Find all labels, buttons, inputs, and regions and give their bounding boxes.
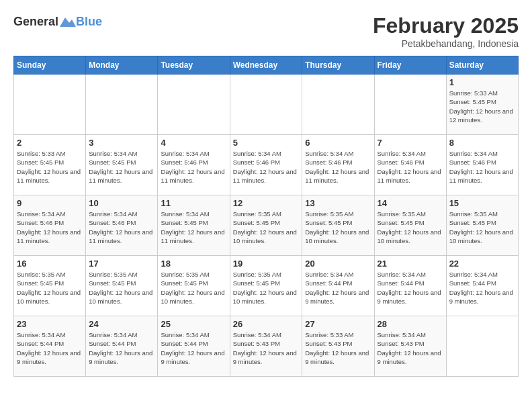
calendar-cell: 5Sunrise: 5:34 AM Sunset: 5:46 PM Daylig…: [230, 135, 302, 195]
calendar-cell: 19Sunrise: 5:35 AM Sunset: 5:45 PM Dayli…: [230, 256, 302, 316]
day-number: 3: [89, 138, 154, 148]
day-info: Sunrise: 5:34 AM Sunset: 5:44 PM Dayligh…: [449, 270, 515, 306]
calendar-cell: 26Sunrise: 5:34 AM Sunset: 5:43 PM Dayli…: [230, 316, 302, 377]
calendar-cell: 22Sunrise: 5:34 AM Sunset: 5:44 PM Dayli…: [446, 256, 518, 316]
calendar-cell: 9Sunrise: 5:34 AM Sunset: 5:46 PM Daylig…: [14, 195, 86, 256]
title-block: February 2025 Petakbehandang, Indonesia: [373, 13, 519, 49]
day-info: Sunrise: 5:34 AM Sunset: 5:44 PM Dayligh…: [305, 270, 371, 306]
day-info: Sunrise: 5:34 AM Sunset: 5:43 PM Dayligh…: [378, 330, 443, 366]
day-number: 11: [161, 198, 226, 208]
weekday-header-saturday: Saturday: [446, 56, 518, 75]
day-info: Sunrise: 5:35 AM Sunset: 5:45 PM Dayligh…: [161, 270, 226, 306]
calendar-cell: 28Sunrise: 5:34 AM Sunset: 5:43 PM Dayli…: [374, 316, 446, 377]
day-info: Sunrise: 5:34 AM Sunset: 5:46 PM Dayligh…: [378, 149, 443, 185]
calendar-cell: 1Sunrise: 5:33 AM Sunset: 5:45 PM Daylig…: [446, 75, 518, 135]
logo-general: General: [13, 15, 58, 29]
calendar-week-row: 16Sunrise: 5:35 AM Sunset: 5:45 PM Dayli…: [14, 256, 519, 316]
day-number: 24: [89, 319, 154, 329]
calendar-cell: 21Sunrise: 5:34 AM Sunset: 5:44 PM Dayli…: [374, 256, 446, 316]
logo: General Blue: [13, 13, 102, 30]
day-info: Sunrise: 5:34 AM Sunset: 5:46 PM Dayligh…: [305, 149, 371, 185]
calendar-cell: 17Sunrise: 5:35 AM Sunset: 5:45 PM Dayli…: [86, 256, 158, 316]
calendar-cell: 10Sunrise: 5:34 AM Sunset: 5:46 PM Dayli…: [86, 195, 158, 256]
calendar-cell: 18Sunrise: 5:35 AM Sunset: 5:45 PM Dayli…: [158, 256, 230, 316]
calendar-week-row: 1Sunrise: 5:33 AM Sunset: 5:45 PM Daylig…: [14, 75, 519, 135]
day-number: 9: [17, 198, 83, 208]
day-info: Sunrise: 5:35 AM Sunset: 5:45 PM Dayligh…: [305, 210, 371, 245]
day-info: Sunrise: 5:34 AM Sunset: 5:45 PM Dayligh…: [89, 149, 154, 185]
day-number: 7: [378, 138, 443, 148]
weekday-header-row: SundayMondayTuesdayWednesdayThursdayFrid…: [14, 56, 519, 75]
calendar-cell: 16Sunrise: 5:35 AM Sunset: 5:45 PM Dayli…: [14, 256, 86, 316]
day-info: Sunrise: 5:34 AM Sunset: 5:43 PM Dayligh…: [233, 330, 300, 366]
day-number: 19: [233, 259, 300, 269]
day-number: 10: [89, 198, 154, 208]
day-info: Sunrise: 5:34 AM Sunset: 5:46 PM Dayligh…: [17, 210, 83, 245]
calendar-cell: [86, 75, 158, 135]
calendar-cell: 24Sunrise: 5:34 AM Sunset: 5:44 PM Dayli…: [86, 316, 158, 377]
day-number: 5: [233, 138, 300, 148]
calendar-cell: 4Sunrise: 5:34 AM Sunset: 5:46 PM Daylig…: [158, 135, 230, 195]
calendar-cell: [446, 316, 518, 377]
day-number: 23: [17, 319, 83, 329]
calendar-table: SundayMondayTuesdayWednesdayThursdayFrid…: [13, 56, 519, 377]
day-number: 26: [233, 319, 300, 329]
day-info: Sunrise: 5:33 AM Sunset: 5:43 PM Dayligh…: [305, 330, 371, 366]
day-info: Sunrise: 5:33 AM Sunset: 5:45 PM Dayligh…: [449, 89, 515, 124]
calendar-cell: 3Sunrise: 5:34 AM Sunset: 5:45 PM Daylig…: [86, 135, 158, 195]
day-number: 1: [449, 77, 515, 87]
day-number: 27: [305, 319, 371, 329]
calendar-cell: [374, 75, 446, 135]
calendar-body: 1Sunrise: 5:33 AM Sunset: 5:45 PM Daylig…: [14, 75, 519, 377]
calendar-week-row: 2Sunrise: 5:33 AM Sunset: 5:45 PM Daylig…: [14, 135, 519, 195]
weekday-header-wednesday: Wednesday: [230, 56, 302, 75]
weekday-header-sunday: Sunday: [14, 56, 86, 75]
calendar-cell: 15Sunrise: 5:35 AM Sunset: 5:45 PM Dayli…: [446, 195, 518, 256]
weekday-header-monday: Monday: [86, 56, 158, 75]
day-info: Sunrise: 5:35 AM Sunset: 5:45 PM Dayligh…: [17, 270, 83, 306]
calendar-cell: [230, 75, 302, 135]
logo-icon: [60, 13, 76, 30]
day-info: Sunrise: 5:34 AM Sunset: 5:46 PM Dayligh…: [449, 149, 515, 185]
logo-blue: Blue: [76, 15, 102, 29]
weekday-header-friday: Friday: [374, 56, 446, 75]
calendar-cell: 6Sunrise: 5:34 AM Sunset: 5:46 PM Daylig…: [302, 135, 374, 195]
calendar-cell: 27Sunrise: 5:33 AM Sunset: 5:43 PM Dayli…: [302, 316, 374, 377]
calendar-cell: 8Sunrise: 5:34 AM Sunset: 5:46 PM Daylig…: [446, 135, 518, 195]
day-number: 15: [449, 198, 515, 208]
calendar-cell: 11Sunrise: 5:34 AM Sunset: 5:45 PM Dayli…: [158, 195, 230, 256]
month-year-title: February 2025: [373, 13, 519, 38]
calendar-cell: 12Sunrise: 5:35 AM Sunset: 5:45 PM Dayli…: [230, 195, 302, 256]
day-info: Sunrise: 5:34 AM Sunset: 5:44 PM Dayligh…: [17, 330, 83, 366]
calendar-cell: [302, 75, 374, 135]
day-info: Sunrise: 5:35 AM Sunset: 5:45 PM Dayligh…: [378, 210, 443, 245]
location-label: Petakbehandang, Indonesia: [373, 38, 519, 49]
day-number: 28: [378, 319, 443, 329]
day-info: Sunrise: 5:35 AM Sunset: 5:45 PM Dayligh…: [233, 270, 300, 306]
day-number: 2: [17, 138, 83, 148]
day-info: Sunrise: 5:35 AM Sunset: 5:45 PM Dayligh…: [89, 270, 154, 306]
calendar-cell: [158, 75, 230, 135]
day-number: 17: [89, 259, 154, 269]
svg-marker-0: [60, 17, 76, 27]
page-header: General Blue February 2025 Petakbehandan…: [13, 13, 519, 49]
day-number: 18: [161, 259, 226, 269]
day-info: Sunrise: 5:33 AM Sunset: 5:45 PM Dayligh…: [17, 149, 83, 185]
calendar-cell: 14Sunrise: 5:35 AM Sunset: 5:45 PM Dayli…: [374, 195, 446, 256]
day-number: 14: [378, 198, 443, 208]
calendar-cell: 2Sunrise: 5:33 AM Sunset: 5:45 PM Daylig…: [14, 135, 86, 195]
calendar-cell: 13Sunrise: 5:35 AM Sunset: 5:45 PM Dayli…: [302, 195, 374, 256]
day-number: 13: [305, 198, 371, 208]
day-number: 25: [161, 319, 226, 329]
day-info: Sunrise: 5:34 AM Sunset: 5:45 PM Dayligh…: [161, 210, 226, 245]
weekday-header-thursday: Thursday: [302, 56, 374, 75]
calendar-cell: [14, 75, 86, 135]
day-info: Sunrise: 5:34 AM Sunset: 5:44 PM Dayligh…: [378, 270, 443, 306]
day-number: 12: [233, 198, 300, 208]
calendar-cell: 25Sunrise: 5:34 AM Sunset: 5:44 PM Dayli…: [158, 316, 230, 377]
day-info: Sunrise: 5:34 AM Sunset: 5:46 PM Dayligh…: [233, 149, 300, 185]
day-info: Sunrise: 5:34 AM Sunset: 5:44 PM Dayligh…: [89, 330, 154, 366]
day-info: Sunrise: 5:35 AM Sunset: 5:45 PM Dayligh…: [233, 210, 300, 245]
calendar-cell: 23Sunrise: 5:34 AM Sunset: 5:44 PM Dayli…: [14, 316, 86, 377]
day-number: 4: [161, 138, 226, 148]
